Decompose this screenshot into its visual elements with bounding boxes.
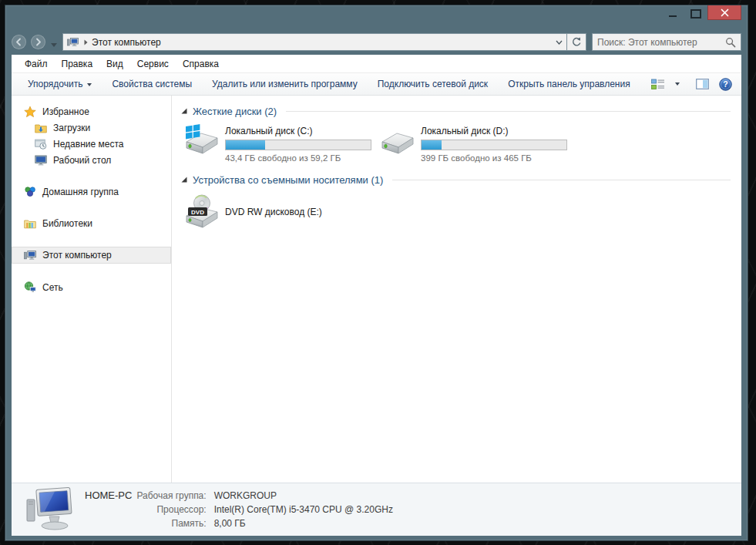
- details-row-workgroup-label: HOME-PCРабочая группа:: [85, 489, 207, 503]
- desktop-background: Этот компьютер Ф: [0, 0, 756, 545]
- group-header-rule: [392, 180, 731, 180]
- address-bar[interactable]: Этот компьютер: [62, 33, 567, 51]
- search-icon[interactable]: [725, 37, 736, 48]
- collapse-triangle-icon: [181, 177, 187, 183]
- workgroup-label: Рабочая группа:: [136, 490, 206, 501]
- back-arrow-icon: [15, 38, 23, 46]
- downloads-folder-icon: [35, 123, 47, 133]
- windows-logo: [186, 124, 200, 139]
- preview-pane-button[interactable]: [694, 75, 711, 93]
- desktop-icon: [35, 155, 47, 166]
- sidebar-label-recent-places: Недавние места: [53, 139, 123, 150]
- workgroup-value: WORKGROUP: [214, 489, 393, 503]
- computer-name: HOME-PC: [85, 489, 132, 501]
- forward-button[interactable]: [31, 35, 45, 49]
- maximize-button[interactable]: [684, 5, 707, 20]
- uninstall-program-button[interactable]: Удалить или изменить программу: [202, 75, 368, 93]
- address-dropdown-icon[interactable]: [556, 40, 563, 45]
- drive-c-usage-fill: [226, 140, 265, 150]
- svg-text:?: ?: [723, 79, 727, 89]
- preview-pane-icon: [696, 79, 709, 89]
- search-input[interactable]: [597, 37, 725, 48]
- change-view-button[interactable]: [650, 75, 667, 93]
- organize-label: Упорядочить: [28, 79, 82, 89]
- map-network-drive-label: Подключить сетевой диск: [378, 79, 488, 89]
- sidebar-label-homegroup: Домашняя группа: [42, 187, 119, 197]
- help-button[interactable]: ?: [717, 75, 734, 93]
- sidebar-item-this-pc[interactable]: Этот компьютер: [12, 247, 171, 264]
- sidebar-item-favorites[interactable]: Избранное: [12, 103, 171, 119]
- details-pane: HOME-PCРабочая группа: WORKGROUP Процесс…: [12, 483, 741, 536]
- group-title-removable: Устройства со съемными носителями (1): [193, 174, 383, 186]
- menu-tools[interactable]: Сервис: [130, 59, 176, 69]
- sidebar-item-desktop[interactable]: Рабочий стол: [12, 152, 171, 168]
- group-header-hard-disks[interactable]: Жесткие диски (2): [181, 103, 731, 119]
- sidebar-label-downloads: Загрузки: [53, 123, 90, 133]
- sidebar-label-favorites: Избранное: [42, 106, 89, 117]
- sidebar-label-network: Сеть: [42, 282, 63, 293]
- change-view-icon: [651, 79, 665, 90]
- dvd-label-text: DVD: [191, 209, 204, 216]
- processor-value: Intel(R) Core(TM) i5-3470 CPU @ 3.20GHz: [214, 503, 393, 516]
- drive-e-name: DVD RW дисковод (E:): [225, 207, 322, 217]
- computer-icon: [25, 487, 75, 532]
- organize-dropdown-icon: [87, 83, 92, 86]
- homegroup-icon: [24, 186, 36, 197]
- drive-d-name: Локальный диск (D:): [421, 126, 567, 136]
- change-view-dropdown[interactable]: [674, 75, 681, 93]
- organize-button[interactable]: Упорядочить: [18, 75, 102, 93]
- this-pc-icon: [67, 37, 79, 47]
- menu-view[interactable]: Вид: [99, 59, 130, 69]
- group-header-removable[interactable]: Устройства со съемными носителями (1): [181, 172, 731, 187]
- network-icon: [24, 281, 36, 293]
- sidebar-item-homegroup[interactable]: Домашняя группа: [12, 183, 171, 200]
- refresh-button[interactable]: [567, 33, 586, 51]
- drive-c-info: Локальный диск (C:) 43,4 ГБ свободно из …: [225, 124, 371, 163]
- drive-item-c[interactable]: Локальный диск (C:) 43,4 ГБ свободно из …: [183, 124, 378, 163]
- explorer-window: Этот компьютер Ф: [5, 5, 748, 541]
- maximize-icon: [690, 9, 701, 19]
- sidebar-item-recent-places[interactable]: Недавние места: [12, 136, 171, 152]
- menu-file[interactable]: Файл: [18, 59, 55, 69]
- menu-edit[interactable]: Правка: [55, 59, 100, 69]
- recent-locations-dropdown[interactable]: [51, 36, 57, 50]
- chevron-down-icon: [51, 43, 57, 47]
- sidebar-item-network[interactable]: Сеть: [12, 279, 171, 295]
- window-controls: [661, 5, 741, 20]
- star-icon: [24, 106, 36, 118]
- menu-help[interactable]: Справка: [176, 59, 226, 69]
- command-bar: Упорядочить Свойства системы Удалить или…: [12, 72, 741, 96]
- breadcrumb[interactable]: Этот компьютер: [92, 37, 161, 48]
- collapse-triangle-icon: [181, 108, 187, 114]
- drive-d-usage-bar: [421, 140, 567, 150]
- drive-item-e[interactable]: DVD DVD RW дисковод (E:): [183, 193, 731, 230]
- drive-c-name: Локальный диск (C:): [225, 126, 371, 136]
- items-view: Жесткие диски (2): [172, 96, 741, 483]
- map-network-drive-button[interactable]: Подключить сетевой диск: [368, 75, 498, 93]
- sidebar-item-libraries[interactable]: Библиотеки: [12, 215, 171, 231]
- explorer-body: Избранное Загрузки: [12, 96, 741, 483]
- uninstall-program-label: Удалить или изменить программу: [212, 79, 358, 89]
- minimize-icon: [669, 15, 677, 17]
- open-control-panel-button[interactable]: Открыть панель управления: [498, 75, 640, 93]
- system-details: HOME-PCРабочая группа: WORKGROUP Процесс…: [85, 489, 393, 530]
- navigation-bar: Этот компьютер: [12, 32, 741, 52]
- toolbar-icon-group: ?: [650, 75, 734, 93]
- close-button[interactable]: [707, 5, 741, 20]
- recent-places-icon: [35, 139, 47, 150]
- drive-item-d[interactable]: Локальный диск (D:) 399 ГБ свободно из 4…: [378, 124, 574, 163]
- dvd-drive-icon: DVD: [183, 193, 220, 230]
- chevron-down-icon: [675, 82, 680, 86]
- minimize-button[interactable]: [661, 5, 684, 20]
- drive-d-free-space: 399 ГБ свободно из 465 ГБ: [421, 153, 567, 163]
- breadcrumb-arrow-icon: [84, 39, 88, 45]
- close-icon: [721, 8, 729, 17]
- system-properties-button[interactable]: Свойства системы: [102, 75, 202, 93]
- back-button[interactable]: [12, 35, 26, 49]
- sidebar-item-downloads[interactable]: Загрузки: [12, 119, 171, 136]
- open-control-panel-label: Открыть панель управления: [508, 79, 630, 89]
- drive-d-info: Локальный диск (D:) 399 ГБ свободно из 4…: [421, 124, 567, 163]
- drive-d-usage-fill: [422, 140, 442, 150]
- drive-c-usage-bar: [225, 140, 371, 150]
- help-icon: ?: [719, 78, 732, 91]
